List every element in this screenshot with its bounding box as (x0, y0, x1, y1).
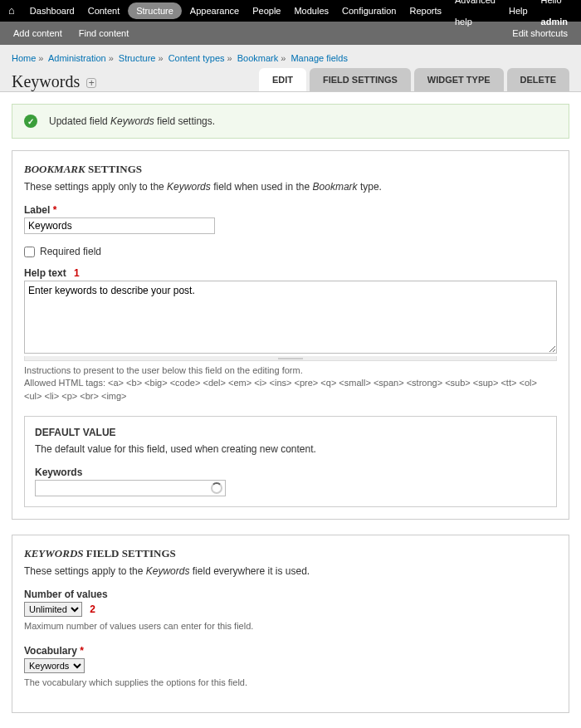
breadcrumb: Home» Administration» Structure» Content… (12, 53, 569, 63)
keywords-settings-desc: These settings apply to the Keywords fie… (24, 565, 557, 577)
numvals-desc: Maximum number of values users can enter… (24, 620, 557, 633)
check-icon: ✓ (24, 115, 37, 128)
helptext-description: Instructions to present to the user belo… (24, 364, 557, 403)
bc-home[interactable]: Home (12, 53, 36, 63)
bc-content-types[interactable]: Content types (168, 53, 225, 63)
vocab-select[interactable]: Keywords (24, 658, 85, 673)
keywords-settings-heading: KEYWORDS FIELD SETTINGS (24, 547, 557, 560)
annotation-2: 2 (90, 603, 95, 615)
nav-content[interactable]: Content (81, 0, 127, 22)
required-label: Required field (40, 246, 101, 257)
required-checkbox[interactable] (24, 247, 35, 257)
default-value-fieldset: DEFAULT VALUE The default value for this… (24, 416, 557, 507)
helptext-label: Help text 1 (24, 267, 557, 279)
add-content-link[interactable]: Add content (5, 22, 71, 45)
bc-structure[interactable]: Structure (119, 53, 156, 63)
add-shortcut-icon[interactable]: + (86, 78, 96, 88)
helptext-textarea[interactable]: Enter keywords to describe your post. (24, 281, 557, 354)
tab-delete[interactable]: DELETE (507, 68, 569, 91)
textarea-grippie[interactable] (24, 356, 557, 361)
status-text: Updated field Keywords field settings. (49, 115, 215, 127)
tab-widget-type[interactable]: WIDGET TYPE (414, 68, 504, 91)
vocab-label: Vocabulary * (24, 645, 557, 657)
bc-administration[interactable]: Administration (48, 53, 106, 63)
tab-edit[interactable]: EDIT (259, 68, 306, 91)
bookmark-settings-desc: These settings apply only to the Keyword… (24, 181, 557, 193)
home-icon[interactable]: ⌂ (0, 0, 23, 22)
label-field-label: Label * (24, 204, 557, 216)
nav-configuration[interactable]: Configuration (335, 0, 403, 22)
nav-advanced-help[interactable]: Advanced help (448, 0, 502, 32)
nav-reports[interactable]: Reports (403, 0, 448, 22)
page-header: Home» Administration» Structure» Content… (0, 45, 581, 92)
bookmark-settings-panel: BOOKMARK SETTINGS These settings apply o… (12, 150, 569, 520)
primary-tabs: EDIT FIELD SETTINGS WIDGET TYPE DELETE (259, 68, 569, 91)
label-input[interactable] (24, 217, 215, 234)
edit-shortcuts-link[interactable]: Edit shortcuts (504, 22, 576, 45)
page-title: Keywords (12, 72, 80, 91)
tab-field-settings[interactable]: FIELD SETTINGS (310, 68, 411, 91)
keywords-field-settings-panel: KEYWORDS FIELD SETTINGS These settings a… (12, 535, 569, 713)
nav-modules[interactable]: Modules (287, 0, 335, 22)
nav-appearance[interactable]: Appearance (183, 0, 246, 22)
admin-toolbar: ⌂ Dashboard Content Structure Appearance… (0, 0, 581, 22)
nav-structure[interactable]: Structure (128, 2, 182, 19)
find-content-link[interactable]: Find content (71, 22, 138, 45)
bookmark-settings-heading: BOOKMARK SETTINGS (24, 163, 557, 176)
status-message: ✓ Updated field Keywords field settings. (12, 104, 569, 139)
numvals-select[interactable]: Unlimited (24, 602, 82, 617)
bc-bookmark[interactable]: Bookmark (237, 53, 279, 63)
default-value-heading: DEFAULT VALUE (35, 427, 546, 438)
annotation-1: 1 (74, 267, 80, 279)
nav-help[interactable]: Help (502, 0, 535, 22)
main-content: ✓ Updated field Keywords field settings.… (0, 92, 581, 728)
vocab-desc: The vocabulary which supplies the option… (24, 677, 557, 689)
default-keywords-input[interactable] (35, 480, 226, 496)
numvals-label: Number of values (24, 589, 557, 600)
bc-manage-fields[interactable]: Manage fields (290, 53, 348, 63)
default-value-desc: The default value for this field, used w… (35, 443, 546, 455)
default-keywords-label: Keywords (35, 467, 546, 478)
nav-people[interactable]: People (246, 0, 287, 22)
nav-dashboard[interactable]: Dashboard (23, 0, 81, 22)
